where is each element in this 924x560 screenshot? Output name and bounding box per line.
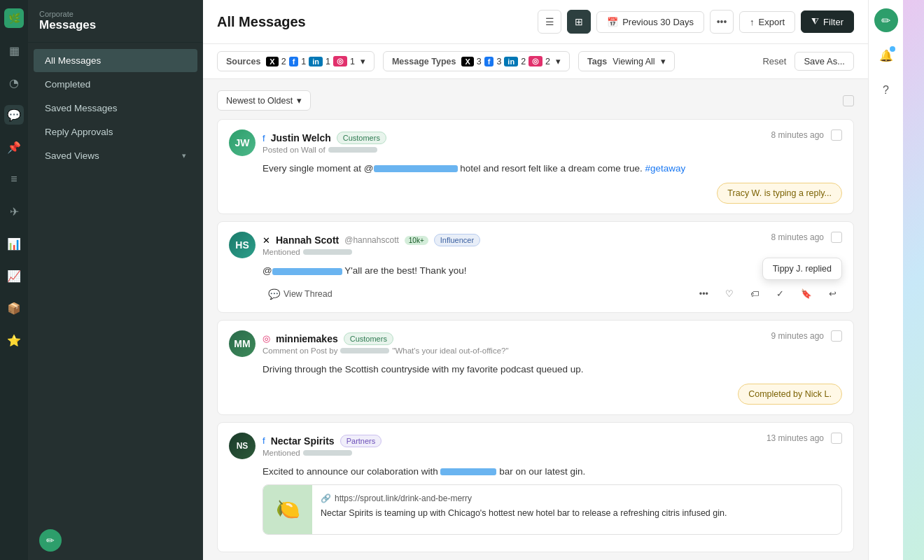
tags-filter[interactable]: Tags Viewing All ▾	[578, 51, 674, 71]
message-actions: 💬 View Thread ••• ♡ 🏷 ✓ 🔖	[262, 286, 842, 302]
sort-select[interactable]: Newest to Oldest ▾	[217, 90, 311, 111]
message-checkbox[interactable]	[831, 130, 842, 141]
like-button[interactable]: ♡	[720, 286, 739, 302]
bookmark-button[interactable]: 🔖	[795, 286, 818, 302]
user-name-row: ✕ Hannah Scott @hannahscott 10k+ Influen…	[262, 234, 480, 246]
app-logo: 🌿	[4, 8, 24, 28]
user-subtext: Mentioned	[262, 248, 480, 256]
nav-icon-home[interactable]: ▦	[4, 41, 24, 60]
message-types-label: Message Types	[392, 57, 456, 66]
user-handle: @hannahscott	[344, 235, 399, 245]
fb-source-icon: f	[289, 57, 299, 66]
reply-button[interactable]: ↩ Tippy J. replied	[823, 286, 842, 302]
view-thread-button[interactable]: 💬 View Thread	[262, 286, 338, 302]
message-checkbox[interactable]	[831, 232, 842, 243]
link-url-text: https://sprout.link/drink-and-be-merry	[335, 492, 472, 505]
help-button[interactable]: ?	[874, 78, 898, 102]
blurred-mention	[303, 450, 352, 456]
link-description: Nectar Spirits is teaming up with Chicag…	[321, 507, 727, 520]
message-types-chevron-icon: ▾	[556, 56, 561, 66]
subtext2-label: "What's your ideal out-of-office?"	[392, 346, 508, 355]
more-actions-button[interactable]: •••	[694, 286, 714, 302]
message-card: JW f Justin Welch Customers Posted on Wa…	[217, 119, 854, 214]
sources-label: Sources	[226, 57, 260, 66]
nav-icon-send[interactable]: ✈	[4, 202, 24, 221]
hashtag-link[interactable]: #getaway	[645, 163, 685, 174]
user-info: f Nectar Spirits Partners Mentioned	[262, 435, 382, 457]
messages-area: Newest to Oldest ▾ JW f Justin Welch Cus…	[203, 79, 868, 560]
link-url: 🔗 https://sprout.link/drink-and-be-merry	[321, 492, 727, 505]
tags-value: Viewing All	[612, 57, 654, 66]
li-source-icon: in	[309, 57, 323, 66]
avatar: MM	[229, 330, 255, 357]
period-button[interactable]: 📅 Previous 30 Days	[596, 11, 704, 33]
x-type-icon: X	[461, 57, 473, 66]
notifications-button[interactable]: 🔔	[874, 43, 898, 67]
avatar: HS	[229, 232, 255, 258]
sidebar-item-label: Reply Approvals	[45, 127, 113, 137]
nav-icon-box[interactable]: 📦	[4, 298, 24, 318]
filter-button[interactable]: ⧨ Filter	[801, 10, 854, 33]
sort-chevron-icon: ▾	[297, 95, 302, 106]
view-thread-label: View Thread	[284, 289, 332, 299]
sidebar-item-saved-messages[interactable]: Saved Messages	[34, 97, 197, 120]
li-type-count: 2	[521, 57, 526, 66]
main-content: All Messages ☰ ⊞ 📅 Previous 30 Days ••• …	[203, 0, 868, 560]
sources-filter[interactable]: Sources X 2 f 1 in 1 ◎ 1 ▾	[217, 51, 374, 71]
icon-strip: 🌿 ▦ ◔ 💬 📌 ≡ ✈ 📊 📈 📦 ⭐	[0, 0, 28, 560]
card-view-button[interactable]: ⊞	[567, 10, 591, 34]
user-tag-badge: Partners	[340, 435, 382, 447]
tag-button[interactable]: 🏷	[745, 286, 765, 302]
sidebar-item-label: All Messages	[45, 55, 101, 66]
message-checkbox[interactable]	[831, 433, 842, 444]
user-name: Hannah Scott	[276, 234, 339, 246]
reply-icon: ↩	[829, 288, 836, 299]
link-preview-card: 🍋 🔗 https://sprout.link/drink-and-be-mer…	[262, 484, 842, 535]
nav-icon-messages[interactable]: 💬	[4, 105, 24, 125]
message-checkbox[interactable]	[831, 330, 842, 342]
message-body: Every single moment at @ hotel and resor…	[262, 162, 842, 176]
sidebar-item-completed[interactable]: Completed	[34, 73, 197, 96]
check-button[interactable]: ✓	[771, 286, 790, 302]
facebook-icon: f	[262, 435, 265, 446]
sort-bar: Newest to Oldest ▾	[217, 90, 854, 111]
user-name: Nectar Spirits	[271, 435, 335, 447]
message-card: NS f Nectar Spirits Partners Mentioned	[217, 422, 854, 552]
corp-label: Corporate	[39, 10, 192, 18]
heart-icon: ♡	[725, 288, 734, 299]
save-as-button[interactable]: Save As...	[794, 52, 854, 71]
filter-bar: Sources X 2 f 1 in 1 ◎ 1 ▾ Message Types…	[203, 44, 868, 79]
compose-button[interactable]: ✏	[874, 8, 898, 32]
sidebar-item-all-messages[interactable]: All Messages	[34, 49, 197, 72]
nav-icon-star[interactable]: ⭐	[4, 330, 24, 350]
nav-icon-list[interactable]: ≡	[4, 169, 24, 189]
ig-type-count: 2	[545, 57, 550, 66]
nav-icon-pin[interactable]: 📌	[4, 137, 24, 157]
filter-label: Filter	[823, 17, 844, 27]
message-meta: 9 minutes ago	[771, 330, 842, 342]
user-info: ◎ minniemakes Customers Comment on Post …	[262, 332, 509, 355]
reset-button[interactable]: Reset	[762, 56, 786, 66]
sidebar-item-reply-approvals[interactable]: Reply Approvals	[34, 120, 197, 144]
user-name-row: f Justin Welch Customers	[262, 132, 386, 144]
select-all-checkbox[interactable]	[843, 95, 854, 106]
export-button[interactable]: ↑ Export	[739, 11, 795, 33]
nav-icon-clock[interactable]: ◔	[4, 73, 24, 92]
message-types-filter[interactable]: Message Types X 3 f 3 in 2 ◎ 2 ▾	[383, 51, 570, 71]
tooltip-popup: Tippy J. replied	[762, 258, 842, 280]
subtext-label: Posted on Wall of	[262, 146, 326, 154]
notification-badge	[890, 46, 895, 52]
compose-icon[interactable]: ✏	[39, 529, 62, 552]
user-name-row: ◎ minniemakes Customers	[262, 332, 509, 345]
right-panel: ✏ 🔔 ?	[868, 0, 903, 560]
more-options-button[interactable]: •••	[710, 10, 734, 34]
list-view-button[interactable]: ☰	[538, 10, 561, 34]
nav-icon-chart-bar[interactable]: 📊	[4, 234, 24, 253]
message-time: 9 minutes ago	[771, 331, 824, 341]
brand-mention	[440, 468, 496, 475]
nav-icon-bar[interactable]: 📈	[4, 266, 24, 286]
user-name-row: f Nectar Spirits Partners	[262, 435, 382, 447]
gradient-background	[903, 0, 924, 560]
sidebar-item-saved-views[interactable]: Saved Views ▾	[34, 144, 197, 167]
export-label: Export	[759, 17, 785, 27]
